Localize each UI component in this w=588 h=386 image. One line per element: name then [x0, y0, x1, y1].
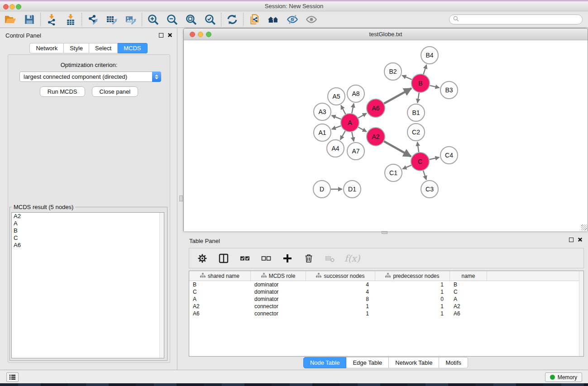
tab-select[interactable]: Select — [89, 43, 118, 53]
open-file-icon[interactable] — [4, 13, 17, 26]
node-A4[interactable]: A4 — [327, 140, 344, 157]
close-table-panel-icon[interactable] — [578, 237, 583, 242]
tab-network[interactable]: Network — [29, 43, 64, 53]
column-header-predecessor-nodes[interactable]: predecessor nodes — [375, 271, 450, 281]
node-B4[interactable]: B4 — [421, 47, 438, 64]
home-view-icon[interactable] — [267, 13, 280, 26]
edge-A-A2[interactable] — [358, 127, 366, 132]
export-network-icon[interactable] — [86, 13, 100, 26]
table-cell[interactable]: A2 — [450, 303, 487, 310]
table-cell[interactable]: A6 — [189, 310, 251, 317]
close-panel-icon[interactable] — [167, 33, 172, 38]
import-table-icon[interactable] — [64, 13, 77, 26]
table-cell[interactable]: 4 — [306, 289, 375, 295]
zoom-fit-icon[interactable] — [184, 13, 198, 26]
clone-network-icon[interactable] — [248, 13, 261, 26]
task-history-button[interactable] — [6, 372, 19, 382]
export-table-icon[interactable] — [105, 13, 119, 26]
table-cell[interactable]: 1 — [306, 310, 375, 317]
show-columns-icon[interactable] — [217, 252, 230, 265]
edge-B-B4[interactable] — [423, 65, 426, 74]
network-canvas[interactable]: B4B2BB3A5A8A6A3B1AA1C2A2A4A7C4CC1C3DD1 — [184, 40, 588, 231]
tab-edge-table[interactable]: Edge Table — [346, 357, 389, 368]
network-minimize-traffic-light[interactable] — [198, 32, 203, 37]
mcds-result-list[interactable]: A2ABCA6 — [11, 212, 164, 358]
node-A5[interactable]: A5 — [328, 88, 345, 105]
edge-C-C4[interactable] — [430, 157, 440, 160]
table-row[interactable]: A6connector11A6 — [189, 310, 583, 317]
table-row[interactable]: Cdominator41C — [189, 288, 583, 295]
edge-B-B2[interactable] — [402, 76, 411, 80]
column-header-successor-nodes[interactable]: successor nodes — [306, 271, 375, 281]
show-panels-icon[interactable] — [305, 13, 318, 26]
delete-column-icon[interactable] — [302, 252, 316, 265]
table-cell[interactable]: 1 — [375, 281, 450, 288]
node-B3[interactable]: B3 — [440, 81, 458, 99]
edge-B-B3[interactable] — [430, 86, 439, 88]
node-A7[interactable]: A7 — [347, 143, 364, 160]
hide-panels-icon[interactable] — [286, 13, 299, 26]
table-cell[interactable]: A — [189, 296, 251, 302]
table-cell[interactable]: A2 — [189, 303, 251, 310]
mcds-result-item[interactable]: A2 — [12, 213, 164, 220]
node-A2[interactable]: A2 — [367, 128, 385, 146]
network-close-traffic-light[interactable] — [190, 32, 195, 37]
node-A1[interactable]: A1 — [314, 124, 331, 141]
table-cell[interactable]: 1 — [306, 303, 375, 310]
table-cell[interactable]: 0 — [375, 296, 450, 302]
network-zoom-traffic-light[interactable] — [206, 32, 211, 37]
run-mcds-button[interactable]: Run MCDS — [40, 86, 85, 97]
table-cell[interactable]: B — [450, 281, 487, 288]
vertical-split-handle[interactable] — [179, 195, 183, 201]
table-cell[interactable]: A — [450, 296, 487, 302]
zoom-traffic-light[interactable] — [16, 4, 21, 10]
export-image-icon[interactable] — [124, 13, 138, 26]
column-header-shared-name[interactable]: shared name — [189, 271, 251, 281]
network-window-titlebar[interactable]: testGlobe.txt — [184, 29, 588, 40]
table-cell[interactable]: dominator — [251, 296, 306, 302]
node-C2[interactable]: C2 — [407, 124, 425, 141]
edge-C-C3[interactable] — [423, 171, 426, 180]
edge-A-A4[interactable] — [340, 131, 345, 140]
table-cell[interactable]: connector — [251, 303, 306, 310]
minimize-traffic-light[interactable] — [10, 4, 15, 10]
mcds-result-item[interactable]: A6 — [12, 242, 164, 249]
mcds-result-item[interactable]: C — [12, 234, 164, 242]
float-table-panel-icon[interactable] — [569, 238, 574, 242]
table-cell[interactable]: dominator — [251, 289, 306, 295]
edge-A-A5[interactable] — [341, 105, 345, 114]
node-A6[interactable]: A6 — [367, 99, 385, 117]
import-network-icon[interactable] — [45, 13, 58, 26]
node-B1[interactable]: B1 — [407, 104, 425, 121]
table-scrollbar[interactable] — [579, 271, 583, 356]
zoom-in-icon[interactable] — [146, 13, 160, 26]
table-cell[interactable]: A6 — [450, 310, 487, 317]
node-D[interactable]: D — [313, 181, 330, 198]
column-header-MCDS-role[interactable]: MCDS role — [251, 271, 306, 281]
zoom-selected-icon[interactable] — [203, 13, 217, 26]
select-all-columns-icon[interactable] — [238, 252, 252, 265]
table-cell[interactable]: C — [450, 289, 487, 295]
search-input[interactable] — [461, 16, 578, 23]
mcds-result-item[interactable]: A — [12, 220, 164, 227]
refresh-view-icon[interactable] — [225, 13, 239, 26]
search-box[interactable] — [449, 14, 583, 24]
window-resize-grip[interactable] — [581, 224, 587, 230]
table-cell[interactable]: B — [189, 281, 251, 288]
node-C4[interactable]: C4 — [440, 147, 458, 164]
column-header-name[interactable]: name — [450, 271, 487, 281]
node-B[interactable]: B — [411, 74, 430, 92]
node-A8[interactable]: A8 — [347, 85, 364, 102]
unselect-all-columns-icon[interactable] — [259, 252, 273, 265]
edge-A-A8[interactable] — [352, 104, 354, 114]
edge-A6-B[interactable] — [384, 88, 411, 104]
node-A[interactable]: A — [341, 114, 359, 132]
table-cell[interactable]: C — [189, 289, 251, 295]
table-cell[interactable]: 4 — [306, 281, 375, 288]
result-list-scrollbar[interactable] — [159, 213, 164, 358]
node-C[interactable]: C — [411, 152, 429, 171]
table-row[interactable]: Bdominator41B — [189, 281, 583, 288]
close-panel-button[interactable]: Close panel — [92, 86, 139, 97]
tab-style[interactable]: Style — [64, 43, 89, 53]
tab-mcds[interactable]: MCDS — [118, 43, 147, 53]
